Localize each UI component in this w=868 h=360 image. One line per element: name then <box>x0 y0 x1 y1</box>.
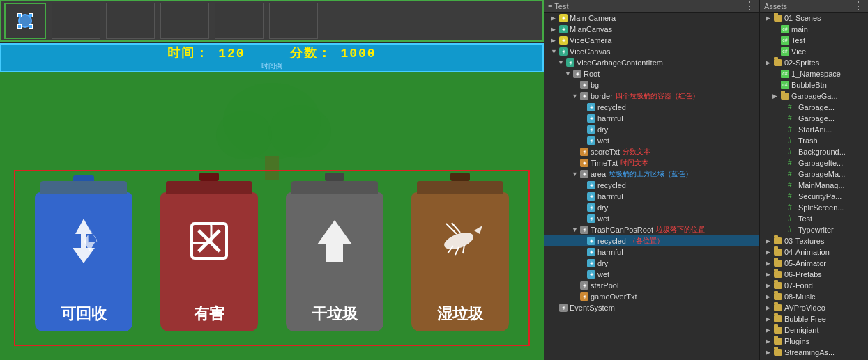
arrow-icon: ▼ <box>551 48 559 55</box>
hierarchy-item-area[interactable]: ▼◈area垃圾桶的上方区域（蓝色） <box>544 169 759 180</box>
asset-item-bubbleBtn[interactable]: c#BubbleBtn <box>760 79 868 91</box>
arrow-icon: ▶ <box>766 349 774 356</box>
hierarchy-menu-icon[interactable]: ⋮ <box>744 0 755 13</box>
asset-item-startAni[interactable]: #StartAni... <box>760 124 868 135</box>
hierarchy-item-recycled-t[interactable]: ◈recycled（各位置） <box>544 235 759 246</box>
asset-item-garbageItem[interactable]: #GarbageIte... <box>760 157 868 169</box>
hierarchy-item-bg[interactable]: ◈bg <box>544 79 759 91</box>
folder-icon <box>774 237 782 244</box>
asset-item-garbageGa[interactable]: ▶GarbageGa... <box>760 91 868 102</box>
hierarchy-item-harmful-a[interactable]: ◈harmful <box>544 191 759 202</box>
arrow-icon: ▶ <box>766 304 774 311</box>
asset-label: 04-Animation <box>784 248 830 256</box>
selected-object-box[interactable] <box>4 3 46 39</box>
item-label: border <box>591 92 613 100</box>
hierarchy-item-main-camera[interactable]: ▶◈Main Camera <box>544 13 759 24</box>
asset-item-security[interactable]: #SecurityPa... <box>760 191 868 202</box>
hierarchy-item-vice-camera[interactable]: ▶◈ViceCamera <box>544 35 759 46</box>
unity-icon: ◈ <box>580 92 588 100</box>
handle-br <box>29 24 33 29</box>
asset-item-splitScreen[interactable]: #SplitScreen... <box>760 202 868 213</box>
hierarchy-item-recycled-a[interactable]: ◈recycled <box>544 180 759 191</box>
hierarchy-item-dry-b[interactable]: ◈dry <box>544 124 759 135</box>
hierarchy-item-star-pool[interactable]: ◈starPool <box>544 280 759 291</box>
asset-item-prefabs[interactable]: ▶06-Prefabs <box>760 269 868 280</box>
hierarchy-item-event-system[interactable]: ◈EventSystem <box>544 302 759 313</box>
asset-item-trash[interactable]: #Trash <box>760 135 868 146</box>
asset-item-textures[interactable]: ▶03-Textures <box>760 235 868 246</box>
hierarchy-item-vice-canvas[interactable]: ▼◈ViceCanvas <box>544 46 759 57</box>
unity-icon: ◈ <box>559 47 568 56</box>
asset-item-test[interactable]: c#Test <box>760 35 868 46</box>
annotation: 四个垃圾桶的容器（红色） <box>616 91 699 101</box>
asset-item-fond[interactable]: ▶07-Fond <box>760 280 868 291</box>
hierarchy-item-harmful-t[interactable]: ◈harmful <box>544 246 759 258</box>
hierarchy-item-wet-b[interactable]: ◈wet <box>544 135 759 146</box>
folder-icon <box>774 338 782 345</box>
arrow-icon: ▶ <box>766 59 774 66</box>
can-lid-gray <box>291 181 378 194</box>
asset-label: 02-Sprites <box>784 58 819 67</box>
asset-item-vice[interactable]: c#Vice <box>760 46 868 57</box>
hierarchy-title: ≡ Test <box>548 2 568 10</box>
asset-label: Test <box>791 36 805 45</box>
asset-item-namespace[interactable]: c#1_Namespace <box>760 68 868 79</box>
asset-item-bubble-free[interactable]: ▶Bubble Free <box>760 313 868 324</box>
asset-item-background[interactable]: #Background... <box>760 146 868 157</box>
asset-item-animator[interactable]: ▶05-Animator <box>760 258 868 269</box>
hierarchy-item-vice-garbage[interactable]: ▼◈ViceGarbageContentItem <box>544 57 759 68</box>
hash-icon: # <box>788 203 796 212</box>
asset-item-mainManag[interactable]: #MainManag... <box>760 180 868 191</box>
asset-item-animation[interactable]: ▶04-Animation <box>760 246 868 258</box>
hierarchy-item-harmful-b[interactable]: ◈harmful <box>544 113 759 124</box>
game-canvas: 时间： 120 分数： 1000 时间倒 ✳ <box>0 43 544 360</box>
hierarchy-item-root[interactable]: ▼◈Root <box>544 68 759 79</box>
hierarchy-item-recycled-b[interactable]: ◈recycled <box>544 102 759 113</box>
script-icon: c# <box>781 36 789 45</box>
hierarchy-item-mian-canvas[interactable]: ▶◈MianCanvas <box>544 24 759 35</box>
arrow-icon: ▶ <box>766 315 774 322</box>
arrow-icon: ▶ <box>766 293 774 300</box>
asset-label: Test <box>798 214 812 223</box>
can-label-red: 有害 <box>194 304 224 324</box>
asset-item-sprites[interactable]: ▶02-Sprites <box>760 57 868 68</box>
right-panel: ≡ Test ⋮ ▶◈Main Camera▶◈MianCanvas▶◈Vice… <box>544 0 868 360</box>
asset-label: Demigiant <box>784 326 819 334</box>
svg-marker-8 <box>317 220 352 262</box>
hierarchy-item-game-over[interactable]: ◈gameOverTxt <box>544 291 759 302</box>
hierarchy-item-wet-t[interactable]: ◈wet <box>544 269 759 280</box>
asset-item-streaming[interactable]: ▶StreamingAs... <box>760 347 868 358</box>
hierarchy-item-score-txt[interactable]: ◈scoreTxt分数文本 <box>544 146 759 157</box>
asset-item-scenes[interactable]: ▶01-Scenes <box>760 13 868 24</box>
hierarchy-item-dry-t[interactable]: ◈dry <box>544 258 759 269</box>
svg-point-2 <box>268 105 331 158</box>
asset-item-music[interactable]: ▶08-Music <box>760 291 868 302</box>
hierarchy-item-wet-a[interactable]: ◈wet <box>544 213 759 224</box>
trash-can-blue: 可回收 <box>30 192 138 331</box>
annotation: 垃圾桶的上方区域（蓝色） <box>609 169 692 179</box>
asset-item-main[interactable]: c#main <box>760 24 868 35</box>
bg-decor <box>202 79 342 184</box>
asset-item-avpro[interactable]: ▶AVProVideo <box>760 302 868 313</box>
asset-item-plugins[interactable]: ▶Plugins <box>760 336 868 347</box>
asset-item-garbageMa[interactable]: #GarbageMa... <box>760 169 868 180</box>
folder-icon <box>774 315 782 322</box>
asset-item-test-asset[interactable]: #Test <box>760 213 868 224</box>
asset-item-garbage1[interactable]: #Garbage... <box>760 102 868 113</box>
asset-label: Garbage... <box>798 103 835 111</box>
hierarchy-item-dry-a[interactable]: ◈dry <box>544 202 759 213</box>
hierarchy-item-border[interactable]: ▼◈border四个垃圾桶的容器（红色） <box>544 91 759 102</box>
game-content: ✳ 可回收 <box>0 72 544 360</box>
asset-label: GarbageMa... <box>798 170 845 178</box>
hud-sub: 时间倒 <box>261 61 282 71</box>
hierarchy-item-time-txt[interactable]: ◈TimeTxt时间文本 <box>544 157 759 169</box>
asset-item-typewriter[interactable]: #Typewriter <box>760 224 868 235</box>
asset-item-garbage2[interactable]: #Garbage... <box>760 113 868 124</box>
asset-item-demigiant[interactable]: ▶Demigiant <box>760 324 868 336</box>
assets-menu-icon[interactable]: ⋮ <box>853 0 864 13</box>
arrow-icon: ▶ <box>766 327 774 334</box>
arrow-icon: ▶ <box>551 37 559 44</box>
asset-label: BubbleBtn <box>791 81 827 89</box>
hash-icon: # <box>788 159 796 167</box>
hierarchy-item-trash-can-pos[interactable]: ▼◈TrashCanPosRoot垃圾落下的位置 <box>544 224 759 235</box>
